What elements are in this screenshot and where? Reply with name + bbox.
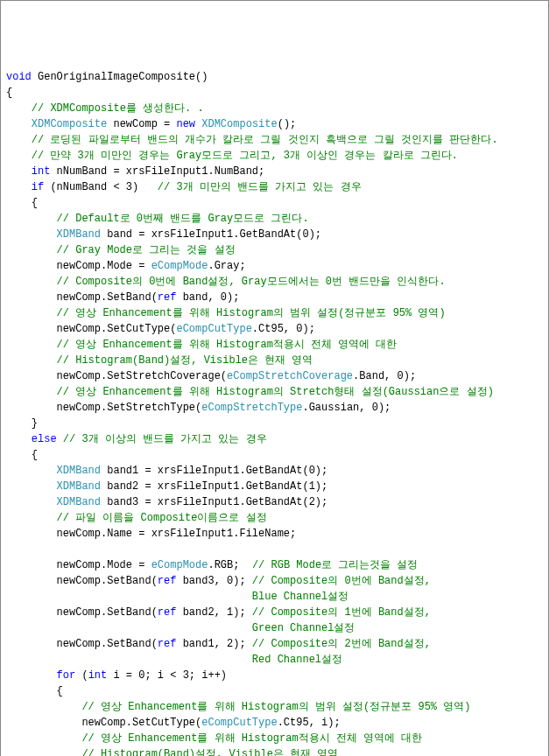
code-line: newComp.SetBand(ref band, 0); (6, 290, 543, 305)
code-token: XDMBand (57, 480, 101, 493)
code-line: for (int i = 0; i < 3; i++) (6, 668, 543, 683)
code-token: band1 = xrsFileInput1.GetBandAt(0); (101, 465, 327, 477)
code-token: // Histogram(Band)설정, Visible은 현재 영역 (57, 354, 313, 367)
code-token: Red Channel설정 (252, 654, 342, 666)
code-token: new (176, 118, 195, 130)
code-token (6, 748, 81, 756)
code-token: int (32, 165, 51, 178)
code-token (6, 512, 57, 524)
code-line: newComp.SetCutType(eCompCutType.Ct95, 0)… (6, 321, 543, 337)
code-line: // 영상 Enhancement를 위해 Histogram의 범위 설정(정… (6, 305, 543, 321)
code-token: GenOriginalImageComposite() (32, 71, 208, 83)
code-token: newComp.SetBand( (6, 291, 158, 304)
code-token (6, 701, 81, 713)
code-line: // 로딩된 파일로부터 밴드의 개수가 칼라로 그릴 것인지 흑백으로 그릴 … (6, 132, 543, 148)
code-token: Blue Channel설정 (252, 591, 348, 603)
code-token: void (6, 71, 32, 83)
code-token (6, 465, 57, 477)
code-token: { (6, 197, 38, 209)
code-token (6, 213, 57, 225)
code-line: Red Channel설정 (6, 652, 543, 668)
code-token: band2 = xrsFileInput1.GetBandAt(1); (101, 480, 327, 493)
code-token: // 영상 Enhancement를 위해 Histogram적용시 전체 영역… (57, 339, 398, 351)
code-token: eCompCutType (176, 323, 251, 335)
code-token: // Composite의 1번에 Band설정, (252, 606, 431, 619)
code-token: // 3개 미만의 밴드를 가지고 있는 경우 (158, 181, 362, 193)
code-line: // Histogram(Band)설정, Visible은 현재 영역 (6, 746, 543, 756)
code-line: } (6, 416, 543, 431)
code-token: newComp.Mode = (6, 559, 151, 571)
code-token (6, 732, 81, 745)
code-token (6, 228, 57, 241)
code-line: newComp.Mode = eCompMode.Gray; (6, 258, 543, 274)
code-line: void GenOriginalImageComposite() (6, 69, 543, 85)
code-token: // 파일 이름을 Composite이름으로 설정 (57, 512, 267, 524)
code-token (6, 354, 57, 367)
code-line: // XDMComposite를 생성한다. . (6, 101, 543, 116)
code-token: .Ct95, i); (278, 717, 341, 729)
code-line: newComp.SetStretchCoverage(eCompStretchC… (6, 368, 543, 384)
code-token (6, 134, 32, 146)
code-token: // Composite의 0번에 Band설정, Gray모드에서는 0번 밴… (57, 276, 446, 288)
code-token: .Ct95, 0); (252, 323, 315, 335)
code-token: // Gray Mode로 그리는 것을 설정 (57, 244, 236, 256)
code-token: // XDMComposite를 생성한다. . (32, 102, 204, 115)
code-token: newComp.SetBand( (6, 575, 158, 587)
code-token: ( (75, 669, 88, 682)
code-token: newComp = (107, 118, 176, 130)
code-token: ref (158, 291, 177, 304)
code-token: // 만약 3개 미만인 경우는 Gray모드로 그리고, 3개 이상인 경우는… (32, 150, 458, 162)
code-token: int (88, 669, 108, 682)
code-token: band3, 0); (176, 575, 251, 587)
code-token: XDMComposite (32, 118, 107, 130)
code-token: { (6, 87, 12, 99)
code-line: // 만약 3개 미만인 경우는 Gray모드로 그리고, 3개 이상인 경우는… (6, 148, 543, 164)
code-token (6, 339, 57, 351)
code-token: else (32, 433, 57, 445)
code-token: newComp.Mode = (6, 260, 151, 272)
code-token: ref (158, 575, 177, 587)
code-token: newComp.SetStretchType( (6, 402, 201, 414)
code-token: (); (278, 118, 297, 130)
code-line: newComp.SetBand(ref band2, 1); // Compos… (6, 605, 543, 620)
code-line: // 영상 Enhancement를 위해 Histogram적용시 전체 영역… (6, 337, 543, 353)
code-token: for (57, 669, 76, 682)
code-token: newComp.SetCutType( (6, 323, 176, 335)
code-token: nNumBand = xrsFileInput1.NumBand; (50, 165, 264, 178)
code-token: band3 = xrsFileInput1.GetBandAt(2); (101, 496, 327, 508)
code-token: } (6, 417, 38, 430)
code-token: ref (158, 638, 177, 650)
code-line (6, 542, 543, 557)
code-line: XDMBand band3 = xrsFileInput1.GetBandAt(… (6, 494, 543, 510)
code-token: Green Channel설정 (252, 622, 355, 634)
code-line: newComp.SetBand(ref band1, 2); // Compos… (6, 636, 543, 652)
code-line: XDMBand band1 = xrsFileInput1.GetBandAt(… (6, 463, 543, 479)
code-token: newComp.SetCutType( (6, 717, 201, 729)
code-line: // 영상 Enhancement를 위해 Histogram의 Stretch… (6, 384, 543, 400)
code-token (57, 433, 63, 445)
code-line: // 영상 Enhancement를 위해 Histogram의 범위 설정(정… (6, 699, 543, 715)
code-token: // 영상 Enhancement를 위해 Histogram의 Stretch… (57, 386, 494, 398)
code-line: { (6, 195, 543, 211)
code-token (6, 669, 57, 682)
code-token (6, 244, 57, 256)
code-token (6, 496, 57, 508)
code-token: newComp.SetBand( (6, 606, 158, 619)
code-line: { (6, 447, 543, 463)
code-token: // 3개 이상의 밴드를 가지고 있는 경우 (63, 433, 267, 445)
code-token: i = 0; i < 3; i++) (107, 669, 227, 682)
code-token: eCompMode (151, 559, 208, 571)
code-token: .Band, 0); (353, 370, 416, 382)
code-token: band2, 1); (176, 606, 251, 619)
code-token: ref (158, 606, 177, 619)
code-token (6, 654, 252, 666)
code-token: newComp.SetBand( (6, 638, 158, 650)
code-token: band = xrsFileInput1.GetBandAt(0); (101, 228, 321, 241)
code-line: newComp.Name = xrsFileInput1.FileName; (6, 526, 543, 542)
code-token: if (32, 181, 44, 193)
code-token: newComp.SetStretchCoverage( (6, 370, 227, 382)
code-token (6, 386, 57, 398)
code-line: XDMBand band2 = xrsFileInput1.GetBandAt(… (6, 479, 543, 494)
code-line: newComp.SetStretchType(eCompStretchType.… (6, 400, 543, 416)
code-token: .RGB; (208, 559, 251, 571)
